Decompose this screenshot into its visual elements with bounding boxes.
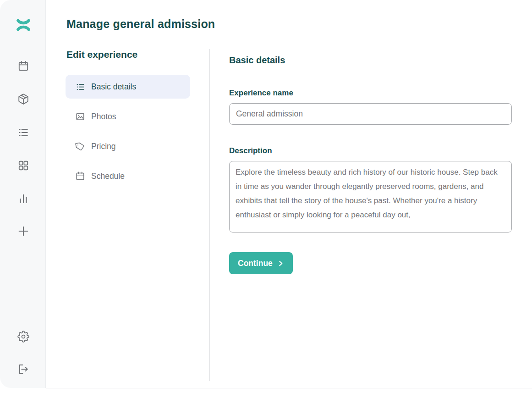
plus-icon[interactable] [16,224,30,238]
list-icon[interactable] [16,126,30,139]
experience-name-label: Experience name [229,89,293,98]
section-title: Basic details [229,55,285,66]
nav-item-photos[interactable]: Photos [66,105,190,128]
tag-icon [75,141,85,151]
chevron-right-icon [277,260,284,267]
calendar-icon [75,171,85,181]
nav-item-label: Schedule [91,172,125,181]
calendar-icon[interactable] [16,59,30,73]
icon-sidebar [0,0,46,388]
nav-item-schedule[interactable]: Schedule [66,164,190,188]
continue-button[interactable]: Continue [229,252,293,274]
grid-icon[interactable] [16,159,30,172]
bar-chart-icon[interactable] [16,192,30,205]
description-label: Description [229,146,272,155]
experience-name-input[interactable] [229,103,512,125]
nav-item-label: Pricing [91,142,116,151]
list-icon [75,82,85,92]
image-icon [75,111,85,122]
logout-icon[interactable] [16,362,30,376]
page-title: Manage general admission [66,17,215,31]
edit-experience-heading: Edit experience [66,49,137,60]
brand-logo-icon[interactable] [16,18,30,32]
edit-experience-nav: Basic details Photos Pricing [66,75,190,194]
description-textarea[interactable]: Explore the timeless beauty and rich his… [229,161,512,232]
vertical-divider [209,49,210,381]
nav-item-pricing[interactable]: Pricing [66,134,190,158]
continue-button-label: Continue [238,259,273,268]
settings-gear-icon[interactable] [16,330,30,343]
content-bottom-divider [46,388,532,388]
nav-item-label: Basic details [91,82,136,92]
app-window: Manage general admission Edit experience… [0,0,532,393]
nav-item-basic-details[interactable]: Basic details [66,75,190,99]
package-icon[interactable] [16,92,30,106]
nav-item-label: Photos [91,112,116,122]
